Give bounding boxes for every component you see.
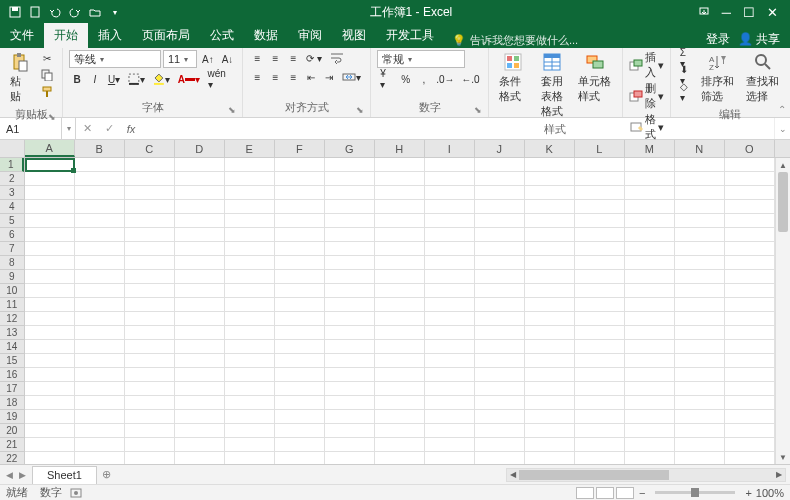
- cell[interactable]: [175, 326, 225, 340]
- cell[interactable]: [575, 438, 625, 452]
- find-select-button[interactable]: 查找和选择: [742, 50, 784, 106]
- cell[interactable]: [625, 186, 675, 200]
- cell[interactable]: [575, 158, 625, 172]
- row-header[interactable]: 12: [0, 312, 24, 326]
- cell[interactable]: [75, 410, 125, 424]
- sheet-nav-prev-icon[interactable]: ◀: [6, 470, 13, 480]
- cell[interactable]: [175, 382, 225, 396]
- cell[interactable]: [575, 382, 625, 396]
- cell[interactable]: [725, 452, 775, 464]
- cell[interactable]: [325, 172, 375, 186]
- cell[interactable]: [725, 312, 775, 326]
- cell[interactable]: [325, 424, 375, 438]
- hscroll-thumb[interactable]: [519, 470, 669, 480]
- cell[interactable]: [725, 438, 775, 452]
- cell[interactable]: [125, 382, 175, 396]
- cell[interactable]: [725, 256, 775, 270]
- number-launcher-icon[interactable]: ⬊: [474, 105, 482, 115]
- font-color-icon[interactable]: A ▾: [175, 71, 203, 87]
- cell[interactable]: [475, 228, 525, 242]
- cell[interactable]: [525, 270, 575, 284]
- cell[interactable]: [675, 452, 725, 464]
- tab-formulas[interactable]: 公式: [200, 23, 244, 48]
- row-header[interactable]: 1: [0, 158, 24, 172]
- cell[interactable]: [325, 368, 375, 382]
- orientation-icon[interactable]: ⟳ ▾: [303, 50, 325, 66]
- column-header[interactable]: D: [175, 140, 225, 157]
- page-layout-view-icon[interactable]: [596, 487, 614, 499]
- cell[interactable]: [125, 200, 175, 214]
- cell[interactable]: [375, 200, 425, 214]
- cell[interactable]: [125, 354, 175, 368]
- cell[interactable]: [275, 228, 325, 242]
- cell[interactable]: [675, 326, 725, 340]
- cell[interactable]: [25, 298, 75, 312]
- format-cells-button[interactable]: 格式 ▾: [629, 112, 664, 142]
- zoom-thumb[interactable]: [691, 488, 699, 497]
- cell[interactable]: [75, 382, 125, 396]
- cell[interactable]: [275, 438, 325, 452]
- row-header[interactable]: 9: [0, 270, 24, 284]
- cell[interactable]: [625, 312, 675, 326]
- italic-button[interactable]: I: [87, 71, 103, 87]
- cell[interactable]: [575, 368, 625, 382]
- cell[interactable]: [225, 186, 275, 200]
- cell[interactable]: [225, 214, 275, 228]
- cell[interactable]: [425, 312, 475, 326]
- cell[interactable]: [575, 256, 625, 270]
- copy-icon[interactable]: [38, 67, 56, 83]
- cell[interactable]: [675, 172, 725, 186]
- number-format-combo[interactable]: 常规▾: [377, 50, 465, 68]
- row-header[interactable]: 19: [0, 410, 24, 424]
- cell[interactable]: [425, 214, 475, 228]
- cell[interactable]: [675, 396, 725, 410]
- row-header[interactable]: 20: [0, 424, 24, 438]
- cell[interactable]: [425, 200, 475, 214]
- cell[interactable]: [25, 424, 75, 438]
- cell[interactable]: [25, 200, 75, 214]
- cell[interactable]: [225, 410, 275, 424]
- cell[interactable]: [125, 214, 175, 228]
- cell[interactable]: [175, 410, 225, 424]
- cell[interactable]: [225, 270, 275, 284]
- clipboard-launcher-icon[interactable]: ⬊: [48, 112, 56, 122]
- phonetic-icon[interactable]: wén ▾: [205, 71, 237, 87]
- cell[interactable]: [375, 312, 425, 326]
- cell[interactable]: [225, 326, 275, 340]
- qat-dropdown-icon[interactable]: ▾: [106, 3, 124, 21]
- cell[interactable]: [275, 214, 325, 228]
- cell[interactable]: [375, 326, 425, 340]
- cell[interactable]: [175, 284, 225, 298]
- cancel-formula-icon[interactable]: ✕: [76, 118, 98, 139]
- cell[interactable]: [175, 340, 225, 354]
- cell[interactable]: [25, 172, 75, 186]
- cell[interactable]: [725, 340, 775, 354]
- cell[interactable]: [375, 368, 425, 382]
- cell[interactable]: [525, 424, 575, 438]
- cell[interactable]: [425, 382, 475, 396]
- cell[interactable]: [575, 326, 625, 340]
- align-center-icon[interactable]: ≡: [267, 69, 283, 85]
- font-launcher-icon[interactable]: ⬊: [228, 105, 236, 115]
- cell[interactable]: [225, 396, 275, 410]
- cell[interactable]: [675, 242, 725, 256]
- cell[interactable]: [625, 172, 675, 186]
- cell[interactable]: [575, 242, 625, 256]
- cell[interactable]: [225, 312, 275, 326]
- cell[interactable]: [225, 284, 275, 298]
- increase-decimal-icon[interactable]: .0→: [434, 71, 457, 87]
- cell[interactable]: [75, 200, 125, 214]
- cell[interactable]: [75, 340, 125, 354]
- zoom-slider[interactable]: [655, 491, 735, 494]
- cell[interactable]: [425, 424, 475, 438]
- cell[interactable]: [75, 396, 125, 410]
- cell[interactable]: [475, 214, 525, 228]
- column-header[interactable]: K: [525, 140, 575, 157]
- row-header[interactable]: 13: [0, 326, 24, 340]
- row-header[interactable]: 4: [0, 200, 24, 214]
- column-header[interactable]: G: [325, 140, 375, 157]
- cell[interactable]: [525, 214, 575, 228]
- cell[interactable]: [575, 284, 625, 298]
- cell[interactable]: [375, 382, 425, 396]
- cell[interactable]: [125, 368, 175, 382]
